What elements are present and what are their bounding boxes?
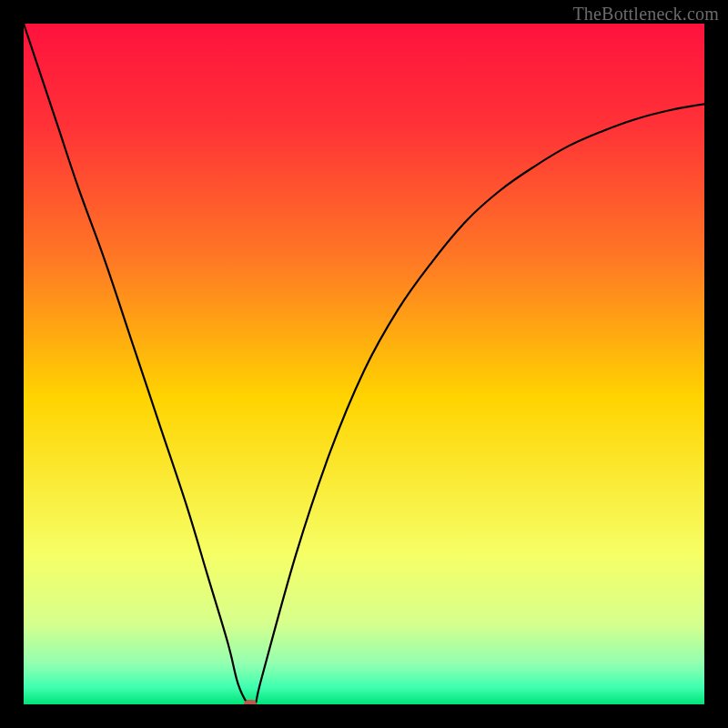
plot-area [24, 24, 704, 704]
curve-svg [24, 24, 704, 704]
optimal-marker [244, 700, 257, 704]
watermark-text: TheBottleneck.com [572, 4, 719, 25]
bottleneck-curve [24, 24, 704, 704]
chart-frame: TheBottleneck.com [0, 0, 728, 728]
